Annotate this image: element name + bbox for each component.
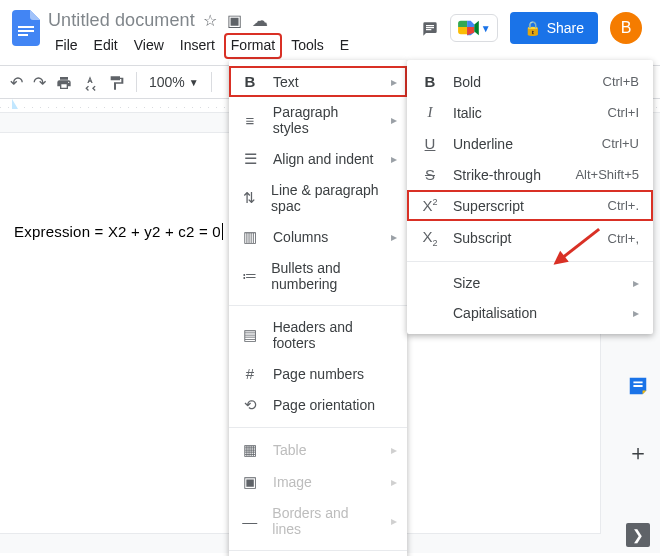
- borders-icon: ―: [241, 513, 258, 530]
- menu-format[interactable]: Format: [224, 33, 282, 59]
- menu-divider: [407, 261, 653, 262]
- text-size-item[interactable]: Size ▸: [407, 268, 653, 298]
- submenu-arrow-icon: ▸: [391, 475, 397, 489]
- image-icon: ▣: [241, 473, 259, 491]
- print-icon[interactable]: [56, 73, 72, 91]
- submenu-item-label: Italic: [453, 105, 482, 121]
- comment-history-icon[interactable]: [422, 17, 438, 40]
- format-item-label: Paragraph styles: [273, 104, 377, 136]
- zoom-value: 100%: [149, 74, 185, 90]
- share-button[interactable]: 🔒 Share: [510, 12, 598, 44]
- lock-icon: 🔒: [524, 20, 541, 36]
- text-strikethrough-item[interactable]: S Strike-through Alt+Shift+5: [407, 159, 653, 190]
- menu-tools[interactable]: Tools: [284, 33, 331, 59]
- move-icon[interactable]: ▣: [227, 11, 242, 30]
- format-item-label: Image: [273, 474, 312, 490]
- svg-rect-1: [18, 30, 34, 32]
- format-borders-item: ― Borders and lines ▸: [229, 498, 407, 544]
- align-icon: ☰: [241, 150, 259, 168]
- text-submenu: B Bold Ctrl+B I Italic Ctrl+I U Underlin…: [407, 60, 653, 334]
- format-item-label: Headers and footers: [273, 319, 397, 351]
- menu-divider: [229, 305, 407, 306]
- format-align-indent-item[interactable]: ☰ Align and indent ▸: [229, 143, 407, 175]
- text-bold-item[interactable]: B Bold Ctrl+B: [407, 66, 653, 97]
- undo-icon[interactable]: ↶: [10, 73, 23, 92]
- meet-button[interactable]: ▼: [450, 14, 498, 42]
- format-text-item[interactable]: B Text ▸: [229, 66, 407, 97]
- format-page-orientation-item[interactable]: ⟲ Page orientation: [229, 389, 407, 421]
- share-label: Share: [547, 20, 584, 36]
- collapse-panel-icon[interactable]: ❯: [626, 523, 650, 547]
- text-underline-item[interactable]: U Underline Ctrl+U: [407, 128, 653, 159]
- superscript-icon: X2: [421, 197, 439, 214]
- text-subscript-item[interactable]: X2 Subscript Ctrl+,: [407, 221, 653, 255]
- bullets-icon: ≔: [241, 267, 257, 285]
- submenu-arrow-icon: ▸: [391, 514, 397, 528]
- line-spacing-icon: ⇅: [241, 189, 257, 207]
- account-avatar[interactable]: B: [610, 12, 642, 44]
- svg-rect-2: [18, 34, 28, 36]
- menu-view[interactable]: View: [127, 33, 171, 59]
- format-paragraph-styles-item[interactable]: ≡ Paragraph styles ▸: [229, 97, 407, 143]
- add-addon-icon[interactable]: ＋: [627, 438, 649, 468]
- star-icon[interactable]: ☆: [203, 11, 217, 30]
- submenu-arrow-icon: ▸: [391, 443, 397, 457]
- shortcut-label: Ctrl+I: [608, 105, 639, 120]
- bold-icon: B: [241, 73, 259, 90]
- submenu-arrow-icon: ▸: [391, 75, 397, 89]
- toolbar-separator: [136, 72, 137, 92]
- bold-icon: B: [421, 73, 439, 90]
- paint-format-icon[interactable]: [108, 73, 124, 91]
- format-item-label: Line & paragraph spac: [271, 182, 397, 214]
- format-image-item: ▣ Image ▸: [229, 466, 407, 498]
- submenu-arrow-icon: ▸: [633, 276, 639, 290]
- menu-insert[interactable]: Insert: [173, 33, 222, 59]
- menu-divider: [229, 427, 407, 428]
- cloud-status-icon[interactable]: ☁: [252, 11, 268, 30]
- document-text[interactable]: Expression = X2 + y2 + c2 = 0: [14, 223, 223, 240]
- menu-edit[interactable]: Edit: [87, 33, 125, 59]
- menu-divider: [229, 550, 407, 551]
- text-superscript-item[interactable]: X2 Superscript Ctrl+.: [407, 190, 653, 221]
- menu-file[interactable]: File: [48, 33, 85, 59]
- format-columns-item[interactable]: ▥ Columns ▸: [229, 221, 407, 253]
- zoom-selector[interactable]: 100% ▼: [149, 74, 199, 90]
- text-capitalisation-item[interactable]: Capitalisation ▸: [407, 298, 653, 328]
- format-page-numbers-item[interactable]: # Page numbers: [229, 358, 407, 389]
- toolbar-separator: [211, 72, 212, 92]
- submenu-arrow-icon: ▸: [391, 230, 397, 244]
- keep-icon[interactable]: [627, 375, 649, 400]
- title-area: Untitled document ☆ ▣ ☁ File Edit View I…: [46, 6, 422, 65]
- submenu-arrow-icon: ▸: [391, 152, 397, 166]
- format-item-label: Page orientation: [273, 397, 375, 413]
- format-item-label: Borders and lines: [272, 505, 377, 537]
- shortcut-label: Ctrl+.: [608, 198, 639, 213]
- submenu-arrow-icon: ▸: [633, 306, 639, 320]
- shortcut-label: Ctrl+B: [603, 74, 639, 89]
- orientation-icon: ⟲: [241, 396, 259, 414]
- format-item-label: Bullets and numbering: [271, 260, 397, 292]
- headers-icon: ▤: [241, 326, 259, 344]
- redo-icon[interactable]: ↷: [33, 73, 46, 92]
- format-line-spacing-item[interactable]: ⇅ Line & paragraph spac: [229, 175, 407, 221]
- docs-logo-icon[interactable]: [8, 10, 44, 46]
- format-item-label: Align and indent: [273, 151, 373, 167]
- menu-extensions-truncated[interactable]: E: [333, 33, 356, 59]
- table-icon: ▦: [241, 441, 259, 459]
- text-italic-item[interactable]: I Italic Ctrl+I: [407, 97, 653, 128]
- format-item-label: Columns: [273, 229, 328, 245]
- italic-icon: I: [421, 104, 439, 121]
- document-title[interactable]: Untitled document: [48, 10, 195, 31]
- format-headers-footers-item[interactable]: ▤ Headers and footers: [229, 312, 407, 358]
- submenu-item-label: Underline: [453, 136, 513, 152]
- title-icons: ☆ ▣ ☁: [203, 11, 268, 30]
- format-item-label: Text: [273, 74, 299, 90]
- submenu-arrow-icon: ▸: [391, 113, 397, 127]
- format-bullets-item[interactable]: ≔ Bullets and numbering: [229, 253, 407, 299]
- svg-rect-0: [18, 26, 34, 28]
- zoom-caret-icon: ▼: [189, 77, 199, 88]
- submenu-item-label: Strike-through: [453, 167, 541, 183]
- spellcheck-icon[interactable]: [82, 73, 98, 91]
- format-menu-dropdown: B Text ▸ ≡ Paragraph styles ▸ ☰ Align an…: [229, 60, 407, 556]
- paragraph-styles-icon: ≡: [241, 112, 259, 129]
